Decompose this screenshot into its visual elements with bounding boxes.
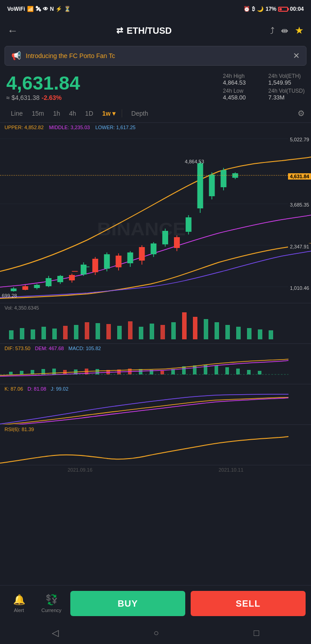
currency-nav-button[interactable]: 💱 Currency [38,594,65,613]
alert-label: Alert [14,608,24,613]
candlestick-svg: BINANCE [0,132,311,303]
tab-15m[interactable]: 15m [27,107,48,120]
tab-1d[interactable]: 1D [81,107,98,120]
svg-rect-67 [215,322,219,339]
header-center: ⇄ ETH/TUSD [116,26,172,36]
android-recent-button[interactable]: □ [254,628,259,638]
price-label-low: 699.28 [2,293,17,298]
price-left: 4,631.84 ≈ $4,631.38 -2.63% [6,73,223,102]
svg-rect-33 [162,231,168,244]
kdj-k: K: 87.06 [5,386,23,392]
price-label-p2: 3,685.35 [288,202,311,208]
vol-eth-group: 24h Vol(ETH) 1,549.95 [268,73,305,86]
nfc-icon: N [50,6,54,12]
svg-rect-35 [174,237,180,248]
svg-rect-95 [247,370,251,374]
eye-icon: 👁 [43,6,48,12]
price-label-current: 4,631.84 [288,173,311,180]
bottom-spacer [0,474,311,533]
svg-rect-9 [23,286,28,290]
bollinger-labels: UPPER: 4,852.82 MIDDLE: 3,235.03 LOWER: … [0,123,311,132]
svg-rect-11 [34,285,40,288]
back-button[interactable]: ← [7,24,18,37]
status-left: VoWiFi 📶 🛰 👁 N ⚡ ⏳ [7,6,71,12]
svg-rect-59 [128,321,133,339]
status-right: ⏰ ₿ 🌙 17% 00:04 [243,6,304,12]
high-24h-label: 24h High [223,73,260,79]
kdj-d: D: 81.08 [27,386,46,392]
svg-rect-70 [247,328,252,339]
trading-pair: ETH/TUSD [127,26,172,36]
main-price: 4,631.84 [6,73,223,94]
volume-label: Vol: 4,350.6345 [5,305,39,311]
tab-4h[interactable]: 4h [64,107,81,120]
android-back-button[interactable]: ◁ [52,627,59,638]
svg-rect-50 [31,329,35,339]
bb-upper-text: UPPER: [5,125,23,130]
svg-rect-61 [150,324,154,339]
bb-lower-value: 1,617.25 [116,125,136,130]
macd-section: DIF: 573.50 DEM: 467.68 MACD: 105.82 [0,343,311,384]
price-label-p4: 1,010.46 [288,285,311,291]
bb-lower-label: LOWER: 1,617.25 [95,125,135,130]
layout-icon[interactable]: ⇼ [281,25,288,36]
svg-rect-62 [160,325,165,339]
swap-icon: ⇄ [116,26,123,36]
svg-rect-48 [9,330,14,339]
low-24h-label: 24h Low [223,88,260,94]
wifi-icon: 🛰 [36,6,41,12]
banner-text: Introducing the FC Porto Fan Tc [26,52,115,59]
svg-rect-52 [52,329,57,339]
low-24h-group: 24h Low 4,458.00 [223,88,260,101]
volume-section: Vol: 4,350.6345 [0,303,311,343]
vol-eth-label: 24h Vol(ETH) [268,73,305,79]
sell-button[interactable]: SELL [191,591,306,616]
chart-settings-icon[interactable]: ⚙ [297,108,305,118]
svg-rect-13 [46,278,51,286]
tab-depth[interactable]: Depth [127,107,152,120]
svg-rect-19 [81,265,87,275]
tab-1h[interactable]: 1h [49,107,65,120]
kdj-j: J: 99.02 [51,386,69,392]
buy-button[interactable]: BUY [70,591,185,616]
carrier-text: VoWiFi [7,6,25,12]
kdj-section: K: 87.06 D: 81.08 J: 99.02 [0,384,311,424]
battery-pct: 17% [265,6,276,12]
bb-upper-value: 4,852.82 [24,125,44,130]
volume-chart [0,303,288,344]
svg-rect-23 [104,254,110,269]
svg-rect-41 [209,175,215,196]
tab-line[interactable]: Line [6,107,27,120]
svg-rect-63 [171,322,176,339]
macd-dem: DEM: 467.68 [35,346,64,351]
usb-icon: ⚡ [55,6,62,12]
main-chart[interactable]: 5,022.79 4,631.84 3,685.35 2,347.91 1,01… [0,132,311,303]
svg-rect-39 [197,163,203,208]
svg-rect-57 [106,324,111,339]
status-bar: VoWiFi 📶 🛰 👁 N ⚡ ⏳ ⏰ ₿ 🌙 17% 00:04 [0,0,311,18]
svg-rect-53 [63,326,68,339]
rsi-section: RSI(6): 81.39 [0,424,311,465]
tab-1w[interactable]: 1w ▾ [98,107,120,120]
svg-rect-51 [41,327,46,339]
favorite-icon[interactable]: ★ [295,25,304,36]
svg-rect-91 [204,365,207,374]
megaphone-icon: 📢 [11,51,21,61]
header-right: ⤴ ⇼ ★ [270,25,304,36]
close-banner-button[interactable]: ✕ [293,51,300,61]
svg-rect-43 [220,170,226,187]
share-icon[interactable]: ⤴ [270,26,274,36]
android-nav-bar: ◁ ○ □ [0,621,311,644]
macd-labels: DIF: 573.50 DEM: 467.68 MACD: 105.82 [5,346,101,351]
android-home-button[interactable]: ○ [153,628,159,638]
currency-label: Currency [41,608,62,613]
header: ← ⇄ ETH/TUSD ⤴ ⇼ ★ [0,18,311,43]
high-24h-value: 4,864.53 [223,79,260,86]
alert-nav-button[interactable]: 🔔 Alert [5,594,32,613]
svg-rect-77 [52,369,56,374]
price-dashed-line [0,175,288,176]
macd-dif: DIF: 573.50 [5,346,31,351]
price-label-p3: 2,347.91 [288,243,311,250]
rsi-chart [0,434,288,474]
price-label-high-candle: 4,864.53 [185,159,204,164]
